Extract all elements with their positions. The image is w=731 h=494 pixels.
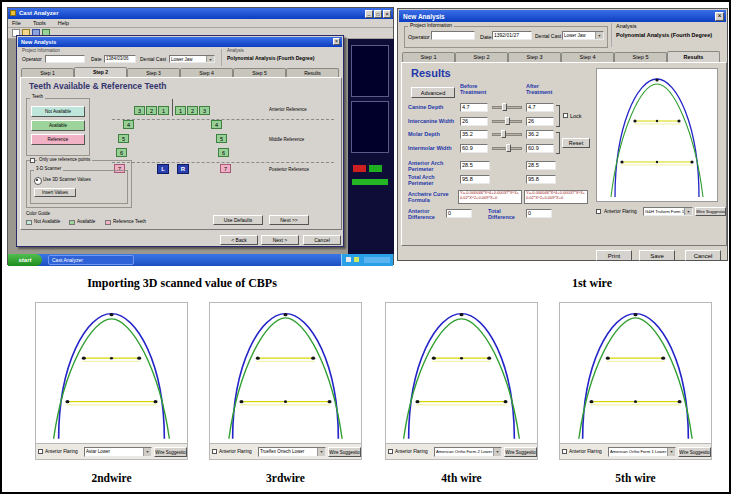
tooth-button[interactable]: 3 — [199, 106, 210, 115]
dental-cast-combo[interactable]: Lower Jaw ▼ — [169, 55, 215, 63]
dropdown-arrow-icon[interactable]: ▼ — [684, 208, 692, 215]
wire-combo[interactable]: American Ortho Form 2 Lower ▼ — [434, 447, 502, 457]
use-defaults-button[interactable]: Use Defaults — [213, 215, 263, 225]
anterior-flaring-checkbox[interactable] — [212, 449, 217, 454]
tab-step4[interactable]: Step 4 — [561, 52, 614, 62]
wire-suggestion-button[interactable]: Wire Suggestion — [695, 207, 726, 216]
before-input[interactable]: 95.8 — [460, 175, 490, 184]
before-input[interactable]: 60.9 — [460, 144, 488, 153]
tooth-button[interactable]: 2 — [187, 106, 198, 115]
formula-before[interactable]: Y=-0.000046*X^4+0.00037*X^3+0.02*X^2+0.0… — [458, 190, 522, 204]
anterior-flaring-checkbox[interactable] — [388, 449, 393, 454]
before-input[interactable]: 35.2 — [460, 130, 488, 139]
dental-cast-combo[interactable]: Lower Jaw ▼ — [562, 31, 604, 40]
tab-step4[interactable]: Step 4 — [180, 68, 233, 77]
tooth-button[interactable]: 6 — [116, 148, 127, 157]
wire-combo[interactable]: G&H Truform Form 1 Lower ▼ — [643, 207, 693, 216]
tooth-button[interactable]: 6 — [218, 148, 229, 157]
tooth-button[interactable]: 5 — [216, 134, 227, 143]
anterior-flaring-checkbox[interactable] — [562, 449, 567, 454]
print-button[interactable]: Print — [596, 250, 632, 261]
before-input[interactable]: 4.7 — [460, 103, 488, 112]
minimize-button[interactable]: _ — [365, 10, 373, 18]
tab-results[interactable]: Results — [286, 68, 339, 77]
tooth-button[interactable]: 7 — [220, 164, 231, 173]
dialog-titlebar[interactable]: New Analysis — [399, 10, 726, 22]
tooth-button[interactable]: 4 — [211, 120, 222, 129]
slider-thumb[interactable] — [506, 144, 511, 152]
menu-file[interactable]: File — [12, 20, 21, 26]
save-button[interactable]: Save — [639, 250, 675, 261]
available-button[interactable]: Available — [31, 120, 85, 131]
slider-thumb[interactable] — [505, 117, 510, 125]
tooth-button[interactable]: 4 — [123, 120, 134, 129]
dialog-close-button[interactable]: × — [715, 12, 724, 21]
tooth-button[interactable]: 1 — [158, 106, 169, 115]
tab-step5[interactable]: Step 5 — [614, 52, 667, 62]
cast-analyzer-titlebar[interactable]: Cast Analyzer — [8, 8, 393, 19]
reset-button[interactable]: Reset — [562, 138, 590, 148]
tooth-button[interactable]: 3 — [134, 106, 145, 115]
wire-suggestion-button[interactable]: Wire Suggestio — [504, 447, 537, 457]
wire-suggestion-button[interactable]: Wire Suggestio — [154, 447, 187, 457]
before-input[interactable]: 26 — [460, 117, 488, 126]
after-input[interactable]: 26 — [526, 117, 554, 126]
wire-combo[interactable]: Trueflex Ortech Lower ▼ — [258, 447, 326, 457]
dropdown-arrow-icon[interactable]: ▼ — [595, 32, 603, 39]
tooth-button[interactable]: 1 — [175, 106, 186, 115]
next-big-button[interactable]: Next >> — [269, 215, 309, 225]
dropdown-arrow-icon[interactable]: ▼ — [493, 448, 501, 456]
use-scanner-radio[interactable] — [34, 177, 42, 185]
after-input[interactable]: 95.8 — [526, 175, 556, 184]
dialog-titlebar[interactable]: New Analysis — [18, 37, 342, 47]
slider-thumb[interactable] — [502, 103, 507, 111]
tab-step3[interactable]: Step 3 — [127, 68, 180, 77]
tooth-button[interactable]: 5 — [118, 134, 129, 143]
anterior-difference-input[interactable]: 0 — [446, 209, 472, 218]
wire-combo[interactable]: American Ortho Form 1 Lower ▼ — [608, 447, 676, 457]
close-button[interactable]: × — [383, 10, 391, 18]
after-input[interactable]: 4.7 — [526, 103, 554, 112]
reference-button[interactable]: Reference — [31, 134, 85, 145]
menu-help[interactable]: Help — [58, 20, 69, 26]
tab-step2[interactable]: Step 2 — [74, 67, 127, 77]
tab-step1[interactable]: Step 1 — [402, 52, 455, 62]
date-input[interactable]: 1384/03/06 — [104, 55, 136, 63]
tab-step3[interactable]: Step 3 — [508, 52, 561, 62]
wire-combo[interactable]: Astar Lower ▼ — [84, 447, 152, 457]
only-reference-checkbox[interactable] — [30, 158, 35, 163]
dialog-close-button[interactable]: × — [333, 38, 340, 45]
tab-step1[interactable]: Step 1 — [21, 68, 74, 77]
dropdown-arrow-icon[interactable]: ▼ — [667, 448, 675, 456]
not-available-button[interactable]: Not Available — [31, 106, 85, 117]
dropdown-arrow-icon[interactable]: ▼ — [317, 448, 325, 456]
lock-checkbox[interactable] — [563, 113, 568, 118]
operator-input[interactable] — [45, 55, 85, 63]
insert-values-button[interactable]: Insert Values — [34, 188, 76, 197]
tray-icon[interactable] — [346, 257, 351, 262]
back-button[interactable]: < Back — [220, 235, 258, 245]
tab-results[interactable]: Results — [667, 51, 720, 62]
after-input[interactable]: 28.5 — [526, 161, 556, 170]
maximize-button[interactable]: □ — [374, 10, 382, 18]
cancel-button[interactable]: Cancel — [303, 235, 341, 245]
tooth-button[interactable]: 2 — [146, 106, 157, 115]
dropdown-arrow-icon[interactable]: ▼ — [143, 448, 151, 456]
tab-step2[interactable]: Step 2 — [455, 52, 508, 62]
formula-after[interactable]: Y=-0.000046*X^4+0.00037*X^3+0.02*X^2+0.0… — [524, 190, 588, 204]
dropdown-arrow-icon[interactable]: ▼ — [206, 56, 214, 62]
tray-icon[interactable] — [354, 257, 359, 262]
wire-suggestion-button[interactable]: Wire Suggestio — [678, 447, 711, 457]
right-jaw-button[interactable]: R — [177, 164, 189, 174]
date-input[interactable]: 1392/01/27 — [492, 31, 532, 40]
next-button[interactable]: Next > — [261, 235, 299, 245]
after-input[interactable]: 60.9 — [526, 144, 554, 153]
slider-thumb[interactable] — [501, 130, 506, 138]
menu-tools[interactable]: Tools — [33, 20, 46, 26]
advanced-button[interactable]: Advanced — [411, 87, 455, 98]
start-button[interactable]: start — [8, 254, 42, 266]
anterior-flaring-checkbox[interactable] — [596, 209, 601, 214]
taskbar-item[interactable]: Cast Analyzer — [48, 255, 134, 265]
before-input[interactable]: 28.5 — [460, 161, 490, 170]
tab-step5[interactable]: Step 5 — [233, 68, 286, 77]
